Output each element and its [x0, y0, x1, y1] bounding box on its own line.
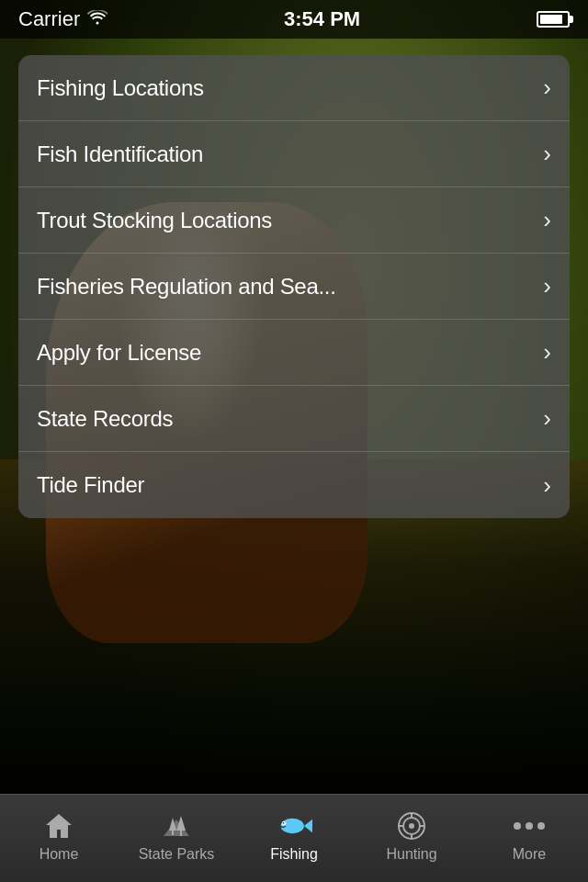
menu-item-label-apply-license: Apply for License	[37, 340, 201, 366]
svg-marker-6	[304, 819, 312, 832]
tab-fishing-label: Fishing	[270, 846, 318, 863]
carrier-label: Carrier	[18, 7, 80, 31]
svg-point-5	[280, 818, 303, 832]
chevron-icon-tide-finder: ›	[543, 471, 551, 500]
chevron-icon-state-records: ›	[543, 404, 551, 433]
svg-marker-4	[164, 820, 189, 836]
svg-point-8	[283, 821, 285, 823]
menu-item-label-fishing-locations: Fishing Locations	[37, 75, 204, 101]
tab-hunting-label: Hunting	[386, 846, 436, 863]
state-parks-icon	[160, 809, 193, 842]
menu-container: Fishing Locations › Fish Identification …	[18, 55, 570, 518]
tab-bar: Home State Parks	[0, 794, 588, 882]
menu-item-label-tide-finder: Tide Finder	[37, 472, 144, 498]
chevron-icon-trout-stocking: ›	[543, 206, 551, 234]
menu-item-fisheries-regulation[interactable]: Fisheries Regulation and Sea... ›	[18, 254, 570, 320]
more-dot-2	[526, 822, 533, 830]
fishing-icon	[276, 809, 312, 842]
chevron-icon-fishing-locations: ›	[543, 74, 551, 102]
tab-more[interactable]: More	[470, 795, 588, 882]
menu-item-state-records[interactable]: State Records ›	[18, 386, 570, 452]
tab-state-parks-label: State Parks	[139, 846, 215, 863]
more-dot-3	[537, 822, 545, 830]
menu-item-label-state-records: State Records	[37, 406, 173, 432]
menu-item-label-trout-stocking: Trout Stocking Locations	[37, 208, 272, 233]
svg-point-15	[410, 824, 413, 828]
menu-item-apply-license[interactable]: Apply for License ›	[18, 320, 570, 386]
tab-state-parks[interactable]: State Parks	[118, 795, 235, 882]
chevron-icon-fisheries-regulation: ›	[543, 272, 551, 300]
status-bar: Carrier 3:54 PM	[0, 0, 588, 39]
more-icon	[514, 809, 545, 842]
battery-fill	[540, 15, 562, 24]
chevron-icon-apply-license: ›	[543, 338, 551, 367]
menu-item-tide-finder[interactable]: Tide Finder ›	[18, 452, 570, 518]
tab-more-label: More	[513, 846, 546, 863]
more-dot-1	[514, 822, 521, 830]
menu-item-label-fish-identification: Fish Identification	[37, 141, 203, 167]
chevron-icon-fish-identification: ›	[543, 140, 551, 168]
wifi-icon	[87, 10, 107, 29]
carrier-info: Carrier	[18, 7, 107, 31]
tab-fishing[interactable]: Fishing	[235, 795, 353, 882]
battery-icon	[537, 11, 570, 28]
tab-home-label: Home	[40, 846, 79, 863]
tab-home[interactable]: Home	[0, 795, 118, 882]
menu-item-fishing-locations[interactable]: Fishing Locations ›	[18, 55, 570, 121]
hunting-icon	[395, 809, 428, 842]
tab-hunting[interactable]: Hunting	[353, 795, 470, 882]
menu-item-trout-stocking[interactable]: Trout Stocking Locations ›	[18, 187, 570, 254]
status-time: 3:54 PM	[284, 7, 360, 31]
menu-item-fish-identification[interactable]: Fish Identification ›	[18, 121, 570, 187]
menu-item-label-fisheries-regulation: Fisheries Regulation and Sea...	[37, 274, 336, 300]
home-icon	[42, 809, 75, 842]
battery-indicator	[537, 11, 570, 28]
